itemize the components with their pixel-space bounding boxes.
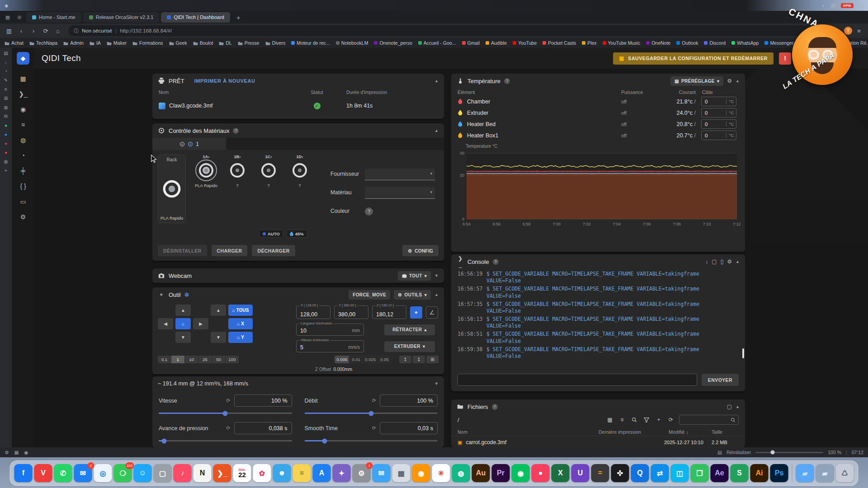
retract-button[interactable]: RÉTRACTER ▴: [384, 324, 435, 335]
pressure-advance-input[interactable]: 0,038 s: [234, 422, 292, 434]
dock-app-icon[interactable]: ▦: [392, 464, 410, 482]
panel-toggle-icon[interactable]: ▥: [4, 26, 14, 36]
panel-icon[interactable]: ◍: [4, 160, 8, 164]
extrusion-speed-input[interactable]: Vitesse d'extrusion 5 mm/s: [296, 340, 364, 352]
thumbnail-view-icon[interactable]: ▦: [606, 417, 614, 423]
panel-icon[interactable]: ✎: [4, 78, 8, 83]
dock-app-icon[interactable]: ◎: [94, 464, 112, 482]
auto-toggle[interactable]: AUTO: [259, 230, 283, 238]
expand-icon[interactable]: ▢: [712, 258, 717, 265]
sidebar-item[interactable]: ╪: [14, 163, 32, 178]
move-step-button[interactable]: 50: [212, 356, 225, 363]
material-action-button[interactable]: DÉSINSTALLER: [158, 245, 207, 256]
bookmark-item[interactable]: Divers: [265, 40, 286, 46]
bookmark-item[interactable]: Geek: [169, 40, 187, 46]
back-icon[interactable]: ‹: [16, 26, 27, 36]
file-row[interactable]: ▣ carrot.gcode.3mf 2025-12-27 10:10 2.2 …: [451, 436, 745, 447]
bookmark-item[interactable]: OneNote: [646, 40, 670, 46]
heater-row[interactable]: Chamber off 21.8°c / 0 °C: [451, 96, 745, 107]
images-toggle-icon[interactable]: ▤: [717, 450, 722, 455]
material-slot[interactable]: 1C▾ ?: [254, 155, 283, 188]
target-temp-input[interactable]: 0 °C: [701, 108, 736, 117]
dock-app-icon[interactable]: Ae: [711, 464, 729, 482]
sidebar-item[interactable]: ❯_: [14, 86, 32, 102]
bookmark-item[interactable]: Onenote_perso: [374, 40, 412, 46]
home-all-button[interactable]: ⌂TOUS: [228, 305, 253, 316]
reset-icon[interactable]: ⟳: [372, 398, 376, 404]
sort-column[interactable]: Modifié ↓: [669, 429, 712, 435]
bookmark-item[interactable]: Plex: [582, 40, 596, 46]
bookmark-item[interactable]: Achat: [5, 40, 24, 46]
speed-input[interactable]: 100 %: [234, 394, 292, 407]
dock-app-icon[interactable]: ☻: [273, 464, 291, 482]
target-temp-input[interactable]: 0 °C: [701, 119, 736, 129]
fan-icon[interactable]: ✻: [184, 291, 189, 298]
material-action-button[interactable]: CHARGER: [212, 245, 248, 256]
flow-slider[interactable]: [305, 413, 438, 414]
help-icon[interactable]: ?: [492, 404, 498, 410]
dock-app-icon[interactable]: ◍: [452, 464, 470, 482]
bookmark-item[interactable]: DL: [219, 40, 231, 46]
move-step-button[interactable]: 25: [198, 356, 212, 363]
babystep-down-button[interactable]: ↧: [413, 356, 425, 363]
panel-icon[interactable]: ⊞: [4, 96, 8, 101]
home-icon[interactable]: ⌂: [52, 26, 63, 36]
capture-icon[interactable]: ◉: [24, 450, 28, 455]
help-icon[interactable]: ?: [233, 128, 239, 134]
target-temp-input[interactable]: 0 °C: [701, 131, 736, 140]
flow-input[interactable]: 100 %: [380, 394, 438, 407]
help-icon[interactable]: ?: [493, 259, 499, 265]
fluidd-logo[interactable]: ◆: [17, 52, 29, 65]
z-step-button[interactable]: 0.025: [363, 356, 377, 363]
dock-app-icon[interactable]: V: [34, 464, 52, 482]
bookmark-item[interactable]: Audible: [486, 40, 507, 46]
dock-app-icon[interactable]: ✦: [333, 464, 351, 482]
config-button[interactable]: ⚙ CONFIG: [402, 245, 439, 256]
bookmark-item[interactable]: Boulot: [193, 40, 213, 46]
collapse-icon[interactable]: ▲: [434, 79, 439, 83]
dock-app-icon[interactable]: ✜: [611, 464, 629, 482]
gear-icon[interactable]: ⚙: [727, 78, 732, 84]
color-picker[interactable]: ?: [365, 207, 373, 216]
bookmark-item[interactable]: Moteur de rec...: [291, 40, 330, 46]
dock-app-icon[interactable]: ♪: [174, 464, 192, 482]
dock-app-icon[interactable]: ✳: [432, 464, 450, 482]
sidebar-item[interactable]: ▦: [14, 71, 32, 86]
dock-app-icon[interactable]: ▰: [816, 464, 834, 482]
axis-position-field[interactable]: Y [ 380.00 ] 380,00: [334, 305, 368, 319]
dock-app-icon[interactable]: ❒: [691, 464, 709, 482]
dock-app-icon[interactable]: ●: [532, 464, 550, 482]
scrollbar-thumb[interactable]: [742, 348, 744, 358]
console-input[interactable]: [458, 374, 697, 386]
sidebar-item[interactable]: ◉: [14, 102, 32, 117]
dock-app-icon[interactable]: ❯_: [213, 464, 231, 482]
material-slot[interactable]: 1D▾ ?: [285, 155, 315, 188]
bookmark-item[interactable]: IA: [90, 40, 101, 46]
filter-icon[interactable]: [642, 417, 651, 422]
dock-app-icon[interactable]: Ps: [770, 464, 788, 482]
y-plus-button[interactable]: ▲: [175, 305, 191, 316]
forward-icon[interactable]: ›: [28, 26, 39, 36]
dock-app-icon[interactable]: ✉ 2: [74, 464, 92, 482]
dock-app-icon[interactable]: ◉: [412, 464, 430, 482]
sidebar-item[interactable]: ≡: [14, 117, 32, 132]
z-minus-button[interactable]: ▼: [211, 332, 226, 343]
panel-icon[interactable]: ●: [5, 123, 7, 128]
supplier-select[interactable]: [365, 169, 435, 180]
dock-app-icon[interactable]: f: [14, 464, 33, 482]
axis-position-field[interactable]: X [ 128.00 ] 128,00: [296, 305, 330, 319]
panel-icon[interactable]: +: [5, 169, 7, 173]
tab-tiling-icon[interactable]: ⊞: [14, 14, 24, 20]
materials-tab-1[interactable]: 1: [152, 138, 226, 150]
z-plus-button[interactable]: ▲: [211, 305, 226, 316]
help-icon[interactable]: ?: [504, 78, 510, 84]
expand-icon[interactable]: ▢: [727, 404, 732, 410]
dock-app-icon[interactable]: X: [552, 464, 570, 482]
control-center-icon[interactable]: ▥: [859, 3, 863, 9]
collapse-icon[interactable]: ▲: [736, 259, 740, 264]
dock-app-icon[interactable]: ≡: [293, 464, 311, 482]
dock-app-icon[interactable]: ◉: [512, 464, 530, 482]
move-step-button[interactable]: 100: [226, 356, 239, 363]
bookmark-item[interactable]: Pocket Casts: [542, 40, 576, 46]
move-step-button[interactable]: 1: [171, 356, 184, 363]
